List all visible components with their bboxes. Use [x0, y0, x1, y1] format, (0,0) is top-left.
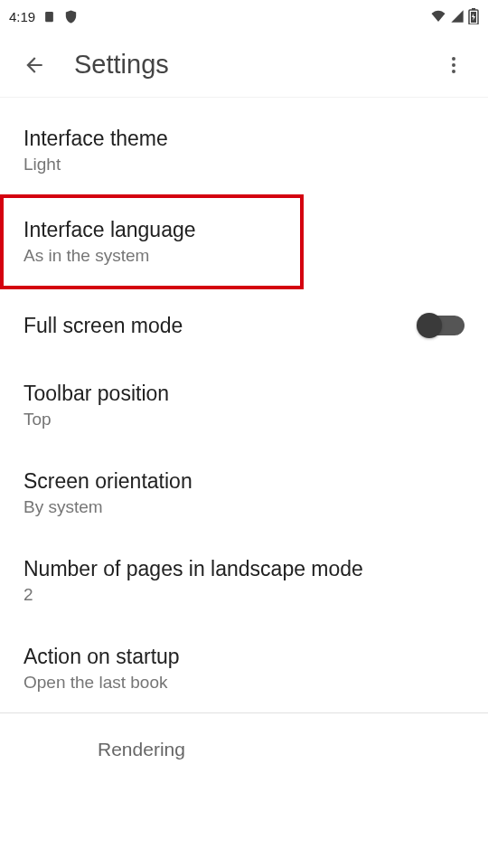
svg-point-6	[452, 70, 455, 73]
setting-theme-title: Interface theme	[23, 127, 168, 151]
setting-pages-landscape-value: 2	[23, 585, 363, 605]
status-bar: 4:19	[0, 0, 488, 33]
setting-fullscreen[interactable]: Full screen mode	[0, 289, 488, 362]
setting-toolbar-value: Top	[23, 410, 169, 429]
setting-pages-landscape[interactable]: Number of pages in landscape mode 2	[0, 537, 488, 625]
setting-language-value: As in the system	[23, 246, 196, 266]
more-button[interactable]	[432, 43, 475, 87]
status-right	[430, 8, 479, 24]
battery-icon	[468, 8, 479, 24]
svg-point-4	[452, 57, 455, 61]
setting-startup-value: Open the last book	[23, 673, 180, 693]
setting-orientation[interactable]: Screen orientation By system	[0, 449, 488, 537]
wifi-icon	[430, 8, 446, 24]
setting-orientation-title: Screen orientation	[23, 469, 192, 494]
toggle-knob	[417, 313, 442, 338]
settings-list: Interface theme Light Interface language…	[0, 98, 488, 769]
shield-icon	[63, 9, 79, 24]
notification-icon	[42, 10, 56, 24]
signal-icon	[450, 9, 465, 24]
setting-theme-value: Light	[23, 155, 168, 175]
fullscreen-toggle[interactable]	[419, 316, 465, 335]
status-left: 4:19	[9, 9, 79, 24]
more-vert-icon	[443, 54, 465, 76]
arrow-left-icon	[23, 53, 46, 77]
status-time: 4:19	[9, 9, 35, 24]
svg-rect-0	[45, 11, 53, 21]
svg-point-5	[452, 63, 455, 67]
setting-orientation-value: By system	[23, 497, 192, 517]
setting-pages-landscape-title: Number of pages in landscape mode	[23, 557, 363, 581]
setting-theme[interactable]: Interface theme Light	[0, 107, 488, 194]
setting-toolbar-title: Toolbar position	[23, 382, 169, 406]
back-button[interactable]	[13, 43, 56, 87]
setting-language[interactable]: Interface language As in the system	[0, 194, 304, 289]
section-rendering: Rendering	[0, 713, 488, 769]
page-title: Settings	[74, 50, 432, 80]
setting-startup[interactable]: Action on startup Open the last book	[0, 625, 488, 712]
setting-language-title: Interface language	[23, 218, 196, 242]
setting-startup-title: Action on startup	[23, 645, 180, 669]
setting-fullscreen-title: Full screen mode	[23, 314, 183, 338]
setting-toolbar[interactable]: Toolbar position Top	[0, 362, 488, 449]
app-bar: Settings	[0, 33, 488, 98]
